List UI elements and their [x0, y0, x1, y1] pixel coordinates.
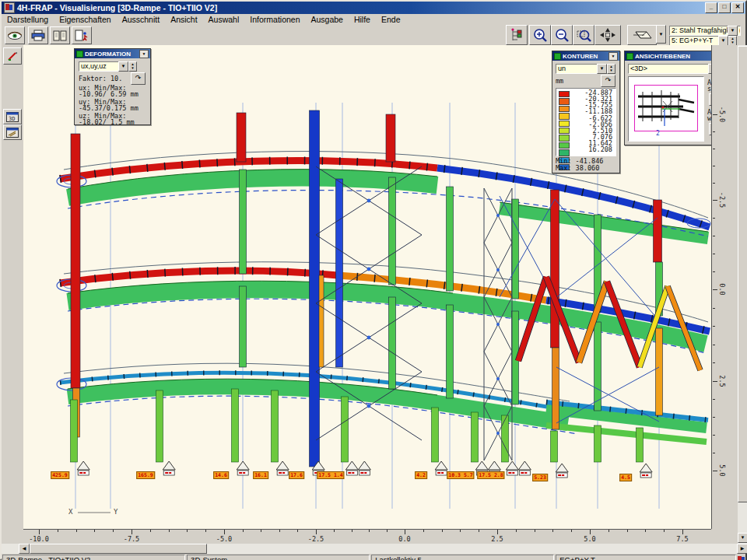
exit-button[interactable] [72, 26, 92, 44]
konturen-combobox[interactable]: un [556, 64, 599, 74]
support-triangle-icon [69, 460, 97, 477]
ruler-label: -2.5 [718, 192, 726, 208]
deformation-apply-button[interactable]: ↷ [131, 72, 146, 85]
zoom-out-button[interactable] [551, 25, 573, 45]
view-3d-dropdown[interactable]: ▼ [656, 25, 666, 44]
ruler-label: 2.5 [718, 375, 726, 387]
support: 4.5 [619, 463, 660, 482]
support-reaction-badge: 5.23 [532, 474, 548, 481]
support-triangle-icon [548, 463, 576, 479]
hscroll-thumb[interactable] [30, 544, 207, 554]
legend-swatch [559, 106, 570, 112]
konturen-panel-titlebar[interactable]: KONTUREN ▼ [552, 51, 619, 61]
ansicht-panel-title: ANSICHT/EBENEN [635, 53, 690, 60]
exit-door-icon [75, 30, 89, 41]
menu-item-ausschnitt[interactable]: Ausschnitt [117, 15, 165, 24]
panel-gem-icon [626, 53, 633, 60]
legend-swatch [559, 121, 570, 127]
ansicht-combobox[interactable]: <3D> [628, 64, 710, 74]
pencil-icon [7, 51, 19, 61]
support-reaction-badge: 4.5 [619, 474, 632, 481]
window-tool-button[interactable] [3, 124, 22, 140]
zoom-window-button[interactable] [573, 25, 594, 45]
deformation-panel-titlebar[interactable]: DEFORMATION ▼ [75, 49, 150, 58]
printer-icon [31, 30, 45, 41]
konturen-apply-button[interactable]: ↷ [601, 75, 615, 87]
properties-tree-button[interactable] [506, 25, 528, 45]
support-triangle-icon [505, 460, 533, 477]
window-3d-button[interactable]: 3D [3, 109, 22, 124]
legend-swatch [559, 128, 570, 134]
support-reaction-badge: 17.5 2.8 [477, 471, 504, 479]
konturen-dropdown[interactable]: ▼ [597, 64, 607, 74]
legend-swatch [559, 98, 570, 104]
minimize-button[interactable]: _ [705, 2, 717, 13]
konturen-panel-menu-button[interactable]: ▼ [608, 52, 618, 61]
ruler-label: -5.0 [216, 535, 232, 543]
zoom-out-icon [555, 28, 570, 43]
view-3d-button[interactable] [627, 25, 657, 45]
maximize-button[interactable]: □ [718, 2, 731, 13]
app-window: 4H-FRAP - Visualisierung [3D-Rampe - TIO… [0, 0, 747, 560]
analysis-dropdown[interactable]: ▼ [728, 26, 738, 36]
support-reaction-badge: 425.9 [51, 471, 69, 479]
support: 165.9 [136, 460, 183, 480]
deformation-dropdown[interactable]: ▼ [118, 61, 128, 72]
deformation-panel-menu-button[interactable]: ▼ [139, 50, 149, 58]
deformation-panel-title: DEFORMATION [85, 51, 131, 58]
hscroll-right-button[interactable]: ▶ [737, 544, 747, 554]
vscroll-down-button[interactable]: ▼ [738, 533, 747, 543]
menu-item-ende[interactable]: Ende [376, 15, 406, 24]
menu-item-informationen[interactable]: Informationen [244, 15, 305, 24]
ruler-label: -2.5 [308, 535, 324, 543]
konturen-spinner[interactable]: ▲▼ [607, 64, 615, 74]
status-field: Lastkollektiv 5 [371, 555, 554, 560]
pan-control[interactable] [594, 25, 621, 45]
status-bar: 3D-Rampe - TIO+TIIO V23D-SystemLastkolle… [2, 554, 745, 560]
vertical-scrollbar[interactable]: ▼ [738, 45, 747, 544]
menu-item-hilfe[interactable]: Hilfe [349, 15, 376, 24]
status-field: 3D-Rampe - TIO+TIIO V2 [2, 555, 185, 560]
window-title: 4H-FRAP - Visualisierung [3D-Rampe - TIO… [17, 3, 217, 12]
close-button[interactable]: ✕ [731, 2, 744, 13]
vscroll-thumb[interactable] [738, 46, 747, 502]
eye-icon [7, 30, 23, 40]
konturen-panel-title: KONTUREN [563, 53, 598, 60]
menu-item-ansicht[interactable]: Ansicht [165, 15, 202, 24]
deformation-combobox[interactable]: ux,uy,uz [79, 61, 121, 72]
konturen-unit-label: mm [556, 77, 563, 85]
zoom-in-icon [533, 28, 548, 43]
view-preview-box[interactable]: 2 [628, 76, 704, 142]
ruler-label: 5.0 [718, 464, 726, 476]
deformation-spinner[interactable]: ▲▼ [128, 61, 137, 72]
menu-item-darstellung[interactable]: Darstellung [2, 15, 54, 24]
deformation-panel: DEFORMATION ▼ ux,uy,uz ▼ ▲▼ Faktor: 10. … [74, 48, 151, 125]
cube-icon [632, 28, 652, 42]
horizontal-scrollbar[interactable]: ◀ ▶ [2, 544, 747, 554]
app-icon [4, 2, 15, 13]
panel-gem-icon [554, 53, 561, 60]
zoom-in-button[interactable] [529, 25, 551, 45]
legend-swatch [559, 142, 570, 149]
konturen-panel: KONTUREN ▼ un ▼ ▲▼ mm ↷ -24.887-20.321-1… [552, 51, 620, 173]
ruler-label: 0.0 [718, 283, 726, 295]
legend-swatch [559, 135, 570, 141]
view-button[interactable] [5, 26, 25, 44]
book-icon [53, 30, 67, 41]
edit-mode-button[interactable] [3, 47, 22, 65]
ruler-label: -7.5 [124, 535, 139, 543]
menu-item-auswahl[interactable]: Auswahl [203, 15, 245, 24]
support: 17.5 2.8 [477, 460, 532, 480]
legend-swatch [559, 149, 570, 156]
legend-max: Max: 38.060 [556, 164, 599, 172]
view-preview-frame [634, 85, 698, 131]
hscroll-left-button[interactable]: ◀ [19, 544, 30, 554]
menu-item-ausgabe[interactable]: Ausgabe [306, 15, 349, 24]
report-button[interactable] [50, 26, 70, 44]
support-reaction-badge: 17.6 [289, 471, 304, 479]
print-button[interactable] [28, 26, 48, 44]
mini-3d-window-icon: 3D [6, 112, 19, 122]
support-triangle-icon [632, 463, 660, 479]
menu-item-eigenschaften[interactable]: Eigenschaften [54, 15, 117, 24]
support: 14.6 [213, 460, 257, 480]
